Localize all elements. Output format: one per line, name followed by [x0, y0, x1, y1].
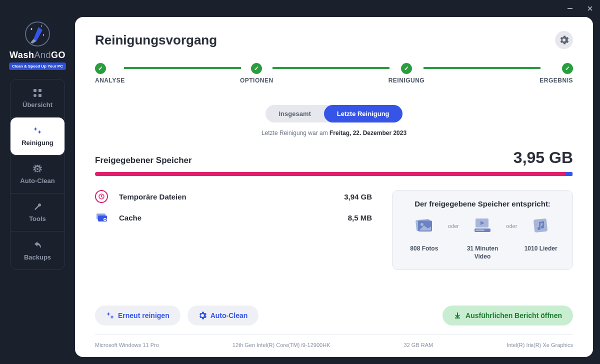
svg-point-5 — [43, 34, 44, 36]
sysinfo-ram: 32 GB RAM — [404, 342, 434, 348]
svg-rect-10 — [38, 94, 42, 97]
or-label: oder — [506, 223, 517, 229]
sidebar-item-autoclean[interactable]: Auto-Clean — [10, 156, 64, 194]
freed-value: 3,95 GB — [514, 148, 573, 167]
gear-icon — [198, 312, 206, 320]
wrench-icon — [32, 202, 42, 212]
step-label: ERGEBNIS — [540, 77, 573, 84]
progress-seg-temp — [95, 172, 566, 176]
progress-seg-cache — [566, 172, 572, 176]
dashboard-icon — [32, 88, 42, 98]
tab-total[interactable]: Insgesamt — [266, 105, 324, 122]
step-label: ANALYSE — [95, 77, 125, 84]
equivalent-panel: Der freigegebene Speicher entspricht: 80… — [392, 190, 573, 270]
tab-last-cleaning[interactable]: Letzte Reinigung — [324, 105, 402, 122]
main-panel: Reinigungsvorgang ✓ANALYSE ✓OPTIONEN ✓RE… — [75, 17, 593, 357]
last-clean-text: Letzte Reinigung war am Freitag, 22. Dez… — [95, 130, 573, 136]
titlebar — [0, 0, 600, 17]
sidebar-item-backups[interactable]: Backups — [10, 232, 64, 270]
or-label: oder — [448, 223, 459, 229]
clock-icon — [95, 190, 108, 203]
undo-icon — [32, 240, 42, 250]
check-icon: ✓ — [95, 63, 106, 74]
sidebar-item-label: Auto-Clean — [20, 177, 54, 184]
gear-icon — [560, 36, 568, 44]
svg-rect-7 — [34, 89, 36, 92]
wizard-bar — [272, 67, 390, 69]
breakdown-name: Temporäre Dateien — [119, 192, 344, 201]
sparkle-icon — [106, 312, 114, 320]
minimize-button[interactable] — [565, 4, 575, 14]
sidebar-nav: Übersicht Reinigung Auto-Clean Tools Bac… — [10, 79, 65, 270]
sysinfo-os: Microsoft Windows 11 Pro — [95, 342, 159, 348]
sidebar-item-cleaning[interactable]: Reinigung — [10, 118, 64, 156]
footer-sysinfo: Microsoft Windows 11 Pro 12th Gen Intel(… — [95, 334, 573, 348]
svg-point-4 — [31, 28, 32, 30]
app-logo-icon — [24, 20, 52, 48]
gear-icon — [32, 164, 42, 174]
wizard-bar — [124, 67, 241, 69]
svg-point-9 — [34, 94, 36, 97]
freed-breakdown: Temporäre Dateien 3,94 GB Cache 8,5 MB — [95, 190, 372, 270]
music-icon — [532, 216, 550, 234]
open-report-button[interactable]: Ausführlichen Bericht öffnen — [442, 306, 573, 326]
sidebar-item-label: Tools — [29, 215, 46, 222]
wizard-bar — [424, 67, 540, 69]
autoclean-button[interactable]: Auto-Clean — [188, 306, 259, 326]
breakdown-row: Cache 8,5 MB — [95, 211, 372, 224]
settings-button[interactable] — [555, 31, 573, 49]
reclean-button[interactable]: Erneut reinigen — [95, 306, 180, 326]
sidebar-item-label: Backups — [24, 254, 51, 261]
freed-progress-bar — [95, 172, 573, 176]
sidebar-item-overview[interactable]: Übersicht — [10, 80, 64, 118]
sysinfo-gpu: Intel(R) Iris(R) Xe Graphics — [506, 342, 573, 348]
equivalent-label: 808 Fotos — [410, 245, 438, 253]
breakdown-value: 8,5 MB — [348, 214, 372, 222]
check-icon: ✓ — [562, 63, 573, 74]
action-bar: Erneut reinigen Auto-Clean Ausführlichen… — [95, 280, 573, 326]
step-label: OPTIONEN — [240, 77, 274, 84]
cache-icon — [95, 211, 108, 224]
sidebar-item-tools[interactable]: Tools — [10, 194, 64, 232]
breakdown-value: 3,94 GB — [344, 192, 372, 201]
sidebar-item-label: Reinigung — [22, 139, 54, 146]
sidebar-item-label: Übersicht — [22, 101, 52, 108]
step-label: REINIGUNG — [388, 77, 425, 84]
page-title: Reinigungsvorgang — [95, 32, 217, 48]
svg-rect-8 — [38, 89, 42, 92]
svg-point-15 — [104, 219, 106, 220]
equivalent-title: Der freigegebene Speicher entspricht: — [400, 200, 564, 208]
sparkle-icon — [32, 126, 42, 136]
check-icon: ✓ — [401, 63, 412, 74]
check-icon: ✓ — [251, 63, 262, 74]
brand-tagline: Clean & Speed Up Your PC — [9, 62, 66, 70]
equivalent-label: 1010 Lieder — [524, 245, 558, 253]
breakdown-name: Cache — [119, 214, 348, 222]
svg-point-6 — [41, 26, 42, 26]
equivalent-label: 31 Minuten Video — [459, 245, 506, 260]
svg-rect-21 — [476, 230, 484, 231]
close-button[interactable] — [585, 4, 595, 14]
svg-point-18 — [420, 223, 424, 226]
sidebar: WashAndGO Clean & Speed Up Your PC Übers… — [0, 17, 75, 364]
download-icon — [454, 312, 462, 320]
video-icon — [474, 216, 492, 234]
freed-label: Freigegebener Speicher — [95, 156, 192, 166]
brand-name: WashAndGO — [10, 50, 66, 60]
sysinfo-cpu: 12th Gen Intel(R) Core(TM) i9-12900HK — [232, 342, 330, 348]
wizard-steps: ✓ANALYSE ✓OPTIONEN ✓REINIGUNG ✓ERGEBNIS — [95, 63, 573, 84]
breakdown-row: Temporäre Dateien 3,94 GB — [95, 190, 372, 203]
view-toggle: Insgesamt Letzte Reinigung — [266, 105, 402, 122]
photos-icon — [415, 216, 433, 234]
